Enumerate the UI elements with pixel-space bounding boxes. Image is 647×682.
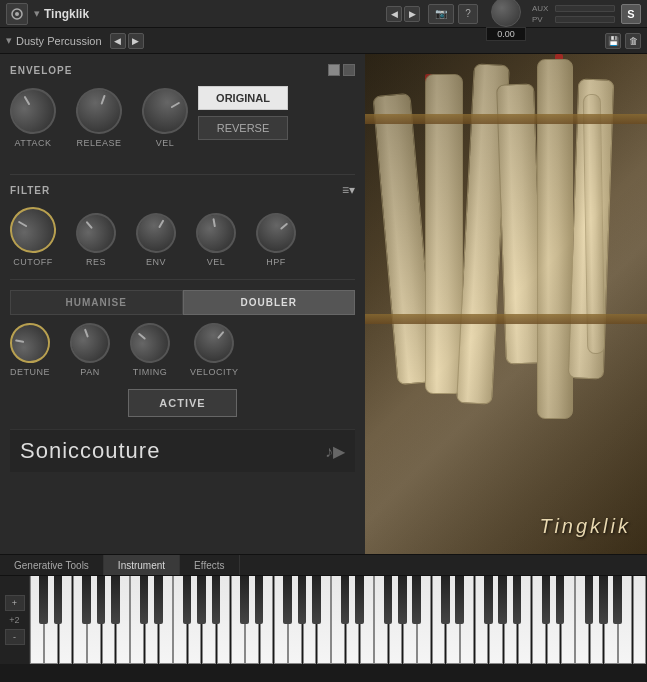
env-filter-knob[interactable] <box>129 206 184 261</box>
envelope-controls[interactable] <box>328 64 355 76</box>
black-key[interactable] <box>255 576 264 624</box>
tune-knob[interactable] <box>491 0 521 27</box>
black-key[interactable] <box>599 576 608 624</box>
black-key[interactable] <box>283 576 292 624</box>
black-key[interactable] <box>355 576 364 624</box>
black-key[interactable] <box>197 576 206 624</box>
tab-instrument[interactable]: Instrument <box>104 555 180 575</box>
vel-filter-knob-item: VEL <box>196 213 236 267</box>
timing-knob[interactable] <box>122 315 178 371</box>
hpf-label: HPF <box>266 257 286 267</box>
res-knob-item: RES <box>76 213 116 267</box>
black-key[interactable] <box>312 576 321 624</box>
pan-knob[interactable] <box>64 317 115 368</box>
cutoff-knob[interactable] <box>2 199 65 262</box>
tab-humanise[interactable]: HUMANISE <box>10 290 183 315</box>
black-key[interactable] <box>240 576 249 624</box>
next-btn[interactable]: ▶ <box>404 6 420 22</box>
filter-title: FILTER <box>10 185 50 196</box>
tab-effects[interactable]: Effects <box>180 555 239 575</box>
preset-nav-arrows[interactable]: ◀ ▶ <box>110 33 144 49</box>
delete-btn[interactable]: 🗑 <box>625 33 641 49</box>
envelope-buttons: ORIGINAL REVERSE <box>198 86 288 160</box>
prev-btn[interactable]: ◀ <box>386 6 402 22</box>
camera-btn[interactable]: 📷 <box>428 4 454 24</box>
octave-up-btn[interactable]: + <box>5 595 25 611</box>
tab-doubler[interactable]: DOUBLER <box>183 290 356 315</box>
vel-env-knob[interactable] <box>134 80 197 143</box>
black-key[interactable] <box>39 576 48 624</box>
release-knob-item: RELEASE <box>76 88 122 148</box>
instrument-title: Tingklik <box>44 7 89 21</box>
envelope-knobs: ATTACK RELEASE VEL <box>10 88 188 148</box>
envelope-sq1[interactable] <box>328 64 340 76</box>
logo-area: Soniccouture ♪▶ <box>10 429 355 472</box>
sub-bar-icons[interactable]: 💾 🗑 <box>605 33 641 49</box>
black-key[interactable] <box>111 576 120 624</box>
black-key[interactable] <box>556 576 565 624</box>
black-key[interactable] <box>513 576 522 624</box>
black-key[interactable] <box>613 576 622 624</box>
piano-wrapper <box>30 576 647 664</box>
vel-env-knob-item: VEL <box>142 88 188 148</box>
release-knob[interactable] <box>70 82 129 141</box>
filter-section: FILTER ≡▾ CUTOFF RES ENV VEL <box>10 183 355 267</box>
aux-label: AUX <box>532 4 552 13</box>
black-key[interactable] <box>398 576 407 624</box>
vel-filter-label: VEL <box>207 257 226 267</box>
bottom-tabs[interactable]: Generative Tools Instrument Effects <box>0 554 647 576</box>
info-btn[interactable]: ? <box>458 4 478 24</box>
attack-knob[interactable] <box>2 80 65 143</box>
aux-slider[interactable] <box>555 5 615 12</box>
envelope-sq2[interactable] <box>343 64 355 76</box>
black-key[interactable] <box>140 576 149 624</box>
black-key[interactable] <box>341 576 350 624</box>
black-key[interactable] <box>154 576 163 624</box>
black-key[interactable] <box>97 576 106 624</box>
black-key[interactable] <box>384 576 393 624</box>
s-button[interactable]: S <box>621 4 641 24</box>
black-key[interactable] <box>54 576 63 624</box>
doubler-knobs: DETUNE PAN TIMING VELOCITY <box>10 323 355 377</box>
res-knob[interactable] <box>68 205 124 261</box>
keyboard-area: + +2 - <box>0 576 647 664</box>
octave-down-btn[interactable]: - <box>5 629 25 645</box>
original-button[interactable]: ORIGINAL <box>198 86 288 110</box>
hpf-knob[interactable] <box>248 205 304 261</box>
black-key[interactable] <box>441 576 450 624</box>
black-key[interactable] <box>455 576 464 624</box>
black-key[interactable] <box>412 576 421 624</box>
detune-knob[interactable] <box>7 320 53 366</box>
velocity-knob[interactable] <box>186 315 242 371</box>
black-key[interactable] <box>212 576 221 624</box>
instrument-image: Tingklik <box>365 54 647 554</box>
reverse-button[interactable]: REVERSE <box>198 116 288 140</box>
active-button[interactable]: ACTIVE <box>128 389 236 417</box>
main-area: ENVELOPE ATTACK RELEASE VEL <box>0 54 647 554</box>
black-key[interactable] <box>298 576 307 624</box>
detune-label: DETUNE <box>10 367 50 377</box>
attack-label: ATTACK <box>14 138 51 148</box>
black-key[interactable] <box>82 576 91 624</box>
preset-name: Dusty Percussion <box>16 35 102 47</box>
env-filter-label: ENV <box>146 257 166 267</box>
black-key[interactable] <box>183 576 192 624</box>
pv-label: PV <box>532 15 552 24</box>
preset-next-btn[interactable]: ▶ <box>128 33 144 49</box>
white-key[interactable] <box>633 576 647 664</box>
tab-row[interactable]: HUMANISE DOUBLER <box>10 290 355 315</box>
preset-prev-btn[interactable]: ◀ <box>110 33 126 49</box>
filter-menu-icon[interactable]: ≡▾ <box>342 183 355 197</box>
piano-container <box>30 576 647 664</box>
black-key[interactable] <box>484 576 493 624</box>
pv-slider[interactable] <box>555 16 615 23</box>
tab-generative-tools[interactable]: Generative Tools <box>0 555 104 575</box>
navigation-arrows[interactable]: ◀ ▶ <box>386 6 420 22</box>
title-bar: ▾ Tingklik ◀ ▶ 📷 ? Tune 0.00 AUX PV S <box>0 0 647 28</box>
black-key[interactable] <box>498 576 507 624</box>
vel-filter-knob[interactable] <box>193 210 239 256</box>
black-key[interactable] <box>585 576 594 624</box>
black-key[interactable] <box>542 576 551 624</box>
logo-text: Soniccouture <box>20 438 160 464</box>
save-btn[interactable]: 💾 <box>605 33 621 49</box>
